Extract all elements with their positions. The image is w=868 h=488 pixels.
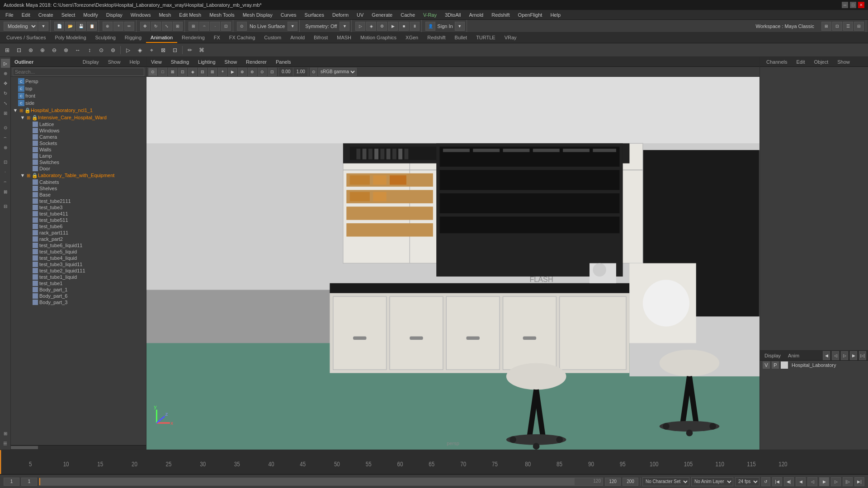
tree-item-rack111[interactable]: rack_part111 <box>11 230 146 236</box>
tab-mash[interactable]: MASH <box>332 33 356 43</box>
current-frame-input[interactable] <box>21 478 37 486</box>
channels-tab[interactable]: Channels <box>764 58 790 66</box>
grid-toggle[interactable]: ⊞ <box>1 429 10 438</box>
play-fwd-btn[interactable]: ▶ <box>819 477 829 486</box>
menu-deform[interactable]: Deform <box>329 11 352 19</box>
layer-editor[interactable]: ☰ <box>1 439 10 448</box>
tab-sculpting[interactable]: Sculpting <box>91 33 120 43</box>
go-start-btn[interactable]: |◀ <box>772 477 782 486</box>
render-btn[interactable]: ▷ <box>355 22 365 31</box>
menu-openflight[interactable]: OpenFlight <box>514 11 546 19</box>
edit-tab[interactable]: Edit <box>793 58 807 66</box>
character-set-dropdown[interactable]: No Character Set <box>642 477 689 486</box>
vp-gamma-icon[interactable]: ⊙ <box>310 68 317 76</box>
menu-uv[interactable]: UV <box>353 11 367 19</box>
move-btn[interactable]: ✥ <box>140 22 150 31</box>
snap-view[interactable]: ⊠ <box>1 187 10 196</box>
menu-edit[interactable]: Edit <box>18 11 34 19</box>
tree-item-base[interactable]: Base <box>11 192 146 198</box>
snap-point-btn[interactable]: · <box>210 22 220 31</box>
rotate-btn[interactable]: ↻ <box>151 22 161 31</box>
tree-item-lamp[interactable]: Lamp <box>11 153 146 159</box>
vp-wireframe[interactable]: ⊟ <box>198 68 207 76</box>
vp-realtime[interactable]: ▶ <box>228 68 237 76</box>
vp-camera-btn[interactable]: □ <box>158 68 167 76</box>
tab-xgen[interactable]: XGen <box>401 33 423 43</box>
soft-select[interactable]: ⊙ <box>1 123 10 132</box>
layer-last-btn[interactable]: ▷| <box>859 351 866 360</box>
show-tab[interactable]: Show <box>835 58 853 66</box>
tree-item-side[interactable]: C side <box>11 99 146 107</box>
tree-item-lattice[interactable]: Lattice <box>11 121 146 127</box>
save-btn[interactable]: 💾 <box>76 22 86 31</box>
viewport-canvas[interactable]: FLASH <box>146 77 760 450</box>
menu-curves[interactable]: Curves <box>277 11 300 19</box>
outliner-help-tab[interactable]: Help <box>127 58 142 66</box>
shelf-icon-12[interactable]: ◈ <box>134 45 145 56</box>
tree-item-body1[interactable]: Body_part_1 <box>11 286 146 293</box>
timeline-range-bar[interactable]: 120 <box>39 478 603 486</box>
vp-menu-shading[interactable]: Shading <box>168 58 192 66</box>
tree-item-persp[interactable]: C Persp <box>11 78 146 85</box>
menu-surfaces[interactable]: Surfaces <box>301 11 328 19</box>
layer-fwd-btn[interactable]: ▶ <box>850 351 857 360</box>
tab-curves-surfaces[interactable]: Curves / Surfaces <box>2 33 50 43</box>
paint-select-tool[interactable]: ⊕ <box>1 69 10 78</box>
shelf-icon-4[interactable]: ⊕ <box>37 45 48 56</box>
snap-point[interactable]: · <box>1 167 10 176</box>
vp-hud[interactable]: ⊙ <box>258 68 267 76</box>
paint-btn[interactable]: ✏ <box>124 22 134 31</box>
render-settings-btn[interactable]: ⚙ <box>377 22 387 31</box>
vp-menu-view[interactable]: View <box>148 58 165 66</box>
anim-layer-tab[interactable]: Anim <box>785 352 802 359</box>
tree-item-hospital-lab[interactable]: ▼ ⊞ 🔒 Hospital_Laboratory_ncl1_1 <box>11 107 146 114</box>
menu-display[interactable]: Display <box>103 11 126 19</box>
tab-bifrost[interactable]: Bifrost <box>309 33 332 43</box>
vp-menu-lighting[interactable]: Lighting <box>195 58 218 66</box>
shelf-icon-16[interactable]: ✏ <box>184 45 195 56</box>
tree-item-liquid11[interactable]: test_tube6_liquid11 <box>11 242 146 249</box>
new-scene-btn[interactable]: 📄 <box>54 22 64 31</box>
tree-item-rack2[interactable]: rack_part2 <box>11 236 146 242</box>
menu-file[interactable]: File <box>2 11 17 19</box>
go-end-btn[interactable]: ▶| <box>854 477 864 486</box>
vp-shaded[interactable]: ◈ <box>188 68 197 76</box>
tree-item-cabinets[interactable]: Cabinets <box>11 179 146 185</box>
anim-layer-dropdown[interactable]: No Anim Layer <box>691 477 733 486</box>
fps-dropdown[interactable]: 24 fps <box>735 477 760 486</box>
tree-item-switches[interactable]: Switches <box>11 159 146 165</box>
next-key-btn[interactable]: |▷ <box>843 477 853 486</box>
tree-item-door[interactable]: Door <box>11 165 146 172</box>
tree-item-tube411[interactable]: test_tube411 <box>11 211 146 217</box>
tab-fx-caching[interactable]: FX Caching <box>225 33 259 43</box>
menu-mesh-tools[interactable]: Mesh Tools <box>206 11 238 19</box>
universal-btn[interactable]: ⊞ <box>173 22 183 31</box>
render-region[interactable]: ⊟ <box>1 202 10 211</box>
shelf-icon-7[interactable]: ↔ <box>72 45 83 56</box>
tab-vray[interactable]: VRay <box>500 33 521 43</box>
shelf-icon-9[interactable]: ⊙ <box>96 45 107 56</box>
menu-generate[interactable]: Generate <box>368 11 396 19</box>
shelf-icon-15[interactable]: ⊡ <box>170 45 180 56</box>
vp-isolate[interactable]: ⊡ <box>268 68 277 76</box>
display-layer-tab[interactable]: Display <box>762 352 783 359</box>
tree-item-liquid5[interactable]: test_tube5_liquid <box>11 249 146 255</box>
tab-animation[interactable]: Animation <box>146 33 177 43</box>
outliner-show-tab[interactable]: Show <box>105 58 123 66</box>
layer-p-label[interactable]: P <box>772 361 779 369</box>
max-frame-input[interactable] <box>623 478 638 486</box>
shelf-icon-5[interactable]: ⊖ <box>49 45 60 56</box>
shelf-icon-6[interactable]: ⊗ <box>61 45 71 56</box>
tab-poly-modeling[interactable]: Poly Modeling <box>50 33 90 43</box>
menu-3dtoall[interactable]: 3DtoAll <box>441 11 464 19</box>
shelf-icon-8[interactable]: ↕ <box>84 45 95 56</box>
render-pause-btn[interactable]: ⏸ <box>410 22 420 31</box>
tree-item-windows[interactable]: Windows <box>11 127 146 134</box>
prev-key-btn[interactable]: ◀| <box>784 477 794 486</box>
vp-menu-renderer[interactable]: Renderer <box>243 58 269 66</box>
tree-item-tube2111[interactable]: test_tube2111 <box>11 198 146 204</box>
render-play-btn[interactable]: ▶ <box>388 22 398 31</box>
menu-mesh[interactable]: Mesh <box>155 11 175 19</box>
playback-loop-btn[interactable]: ↺ <box>761 477 770 486</box>
frame-start-input[interactable] <box>4 478 19 486</box>
